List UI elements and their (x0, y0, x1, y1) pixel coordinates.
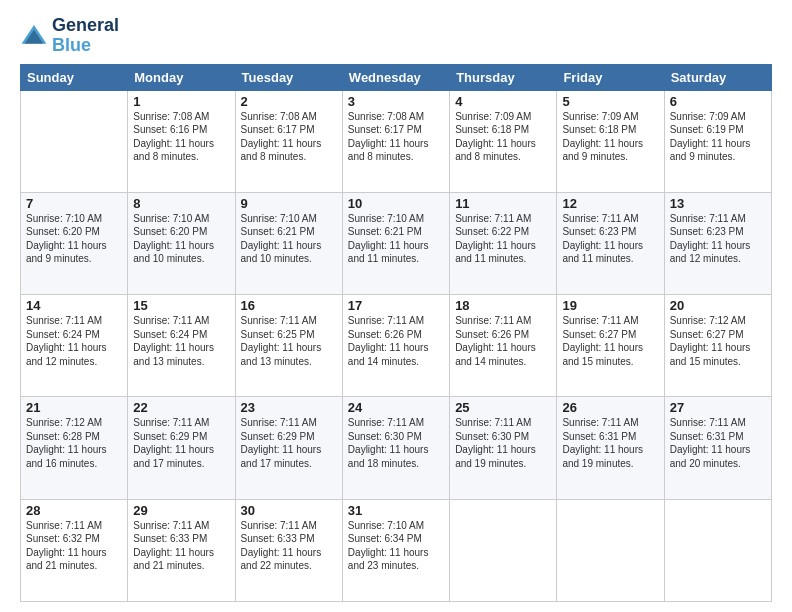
day-cell: 9Sunrise: 7:10 AMSunset: 6:21 PMDaylight… (235, 192, 342, 294)
day-number: 26 (562, 400, 658, 415)
week-row-2: 14Sunrise: 7:11 AMSunset: 6:24 PMDayligh… (21, 295, 772, 397)
day-info: Sunrise: 7:11 AMSunset: 6:32 PMDaylight:… (26, 519, 122, 573)
day-number: 19 (562, 298, 658, 313)
day-info: Sunrise: 7:11 AMSunset: 6:27 PMDaylight:… (562, 314, 658, 368)
day-info: Sunrise: 7:12 AMSunset: 6:28 PMDaylight:… (26, 416, 122, 470)
day-cell: 28Sunrise: 7:11 AMSunset: 6:32 PMDayligh… (21, 499, 128, 601)
day-number: 9 (241, 196, 337, 211)
day-cell (557, 499, 664, 601)
day-info: Sunrise: 7:11 AMSunset: 6:29 PMDaylight:… (241, 416, 337, 470)
day-cell: 10Sunrise: 7:10 AMSunset: 6:21 PMDayligh… (342, 192, 449, 294)
weekday-header-row: SundayMondayTuesdayWednesdayThursdayFrid… (21, 64, 772, 90)
day-info: Sunrise: 7:09 AMSunset: 6:18 PMDaylight:… (455, 110, 551, 164)
day-cell: 22Sunrise: 7:11 AMSunset: 6:29 PMDayligh… (128, 397, 235, 499)
day-number: 21 (26, 400, 122, 415)
day-number: 23 (241, 400, 337, 415)
day-info: Sunrise: 7:10 AMSunset: 6:21 PMDaylight:… (241, 212, 337, 266)
day-number: 10 (348, 196, 444, 211)
day-cell: 4Sunrise: 7:09 AMSunset: 6:18 PMDaylight… (450, 90, 557, 192)
weekday-tuesday: Tuesday (235, 64, 342, 90)
day-info: Sunrise: 7:10 AMSunset: 6:20 PMDaylight:… (133, 212, 229, 266)
day-number: 5 (562, 94, 658, 109)
page: General Blue SundayMondayTuesdayWednesda… (0, 0, 792, 612)
day-number: 28 (26, 503, 122, 518)
day-info: Sunrise: 7:11 AMSunset: 6:29 PMDaylight:… (133, 416, 229, 470)
day-cell (664, 499, 771, 601)
day-info: Sunrise: 7:12 AMSunset: 6:27 PMDaylight:… (670, 314, 766, 368)
day-number: 6 (670, 94, 766, 109)
day-number: 24 (348, 400, 444, 415)
day-cell: 1Sunrise: 7:08 AMSunset: 6:16 PMDaylight… (128, 90, 235, 192)
day-info: Sunrise: 7:11 AMSunset: 6:30 PMDaylight:… (455, 416, 551, 470)
day-cell: 11Sunrise: 7:11 AMSunset: 6:22 PMDayligh… (450, 192, 557, 294)
day-cell: 24Sunrise: 7:11 AMSunset: 6:30 PMDayligh… (342, 397, 449, 499)
day-cell (21, 90, 128, 192)
day-info: Sunrise: 7:10 AMSunset: 6:21 PMDaylight:… (348, 212, 444, 266)
day-cell: 6Sunrise: 7:09 AMSunset: 6:19 PMDaylight… (664, 90, 771, 192)
day-number: 1 (133, 94, 229, 109)
day-cell: 19Sunrise: 7:11 AMSunset: 6:27 PMDayligh… (557, 295, 664, 397)
day-info: Sunrise: 7:10 AMSunset: 6:20 PMDaylight:… (26, 212, 122, 266)
day-cell: 29Sunrise: 7:11 AMSunset: 6:33 PMDayligh… (128, 499, 235, 601)
day-number: 8 (133, 196, 229, 211)
day-info: Sunrise: 7:08 AMSunset: 6:16 PMDaylight:… (133, 110, 229, 164)
weekday-thursday: Thursday (450, 64, 557, 90)
day-info: Sunrise: 7:11 AMSunset: 6:31 PMDaylight:… (562, 416, 658, 470)
weekday-sunday: Sunday (21, 64, 128, 90)
week-row-4: 28Sunrise: 7:11 AMSunset: 6:32 PMDayligh… (21, 499, 772, 601)
weekday-friday: Friday (557, 64, 664, 90)
header: General Blue (20, 16, 772, 56)
day-number: 31 (348, 503, 444, 518)
logo: General Blue (20, 16, 119, 56)
day-number: 17 (348, 298, 444, 313)
day-number: 30 (241, 503, 337, 518)
day-cell: 3Sunrise: 7:08 AMSunset: 6:17 PMDaylight… (342, 90, 449, 192)
day-cell: 21Sunrise: 7:12 AMSunset: 6:28 PMDayligh… (21, 397, 128, 499)
day-info: Sunrise: 7:11 AMSunset: 6:22 PMDaylight:… (455, 212, 551, 266)
logo-icon (20, 22, 48, 50)
day-info: Sunrise: 7:09 AMSunset: 6:18 PMDaylight:… (562, 110, 658, 164)
day-cell: 26Sunrise: 7:11 AMSunset: 6:31 PMDayligh… (557, 397, 664, 499)
day-number: 29 (133, 503, 229, 518)
day-number: 18 (455, 298, 551, 313)
week-row-1: 7Sunrise: 7:10 AMSunset: 6:20 PMDaylight… (21, 192, 772, 294)
day-number: 12 (562, 196, 658, 211)
day-cell: 15Sunrise: 7:11 AMSunset: 6:24 PMDayligh… (128, 295, 235, 397)
weekday-monday: Monday (128, 64, 235, 90)
day-cell: 30Sunrise: 7:11 AMSunset: 6:33 PMDayligh… (235, 499, 342, 601)
day-number: 22 (133, 400, 229, 415)
weekday-wednesday: Wednesday (342, 64, 449, 90)
day-cell: 17Sunrise: 7:11 AMSunset: 6:26 PMDayligh… (342, 295, 449, 397)
week-row-3: 21Sunrise: 7:12 AMSunset: 6:28 PMDayligh… (21, 397, 772, 499)
day-number: 25 (455, 400, 551, 415)
day-info: Sunrise: 7:11 AMSunset: 6:24 PMDaylight:… (133, 314, 229, 368)
day-cell: 31Sunrise: 7:10 AMSunset: 6:34 PMDayligh… (342, 499, 449, 601)
day-info: Sunrise: 7:11 AMSunset: 6:26 PMDaylight:… (348, 314, 444, 368)
day-cell: 13Sunrise: 7:11 AMSunset: 6:23 PMDayligh… (664, 192, 771, 294)
day-number: 4 (455, 94, 551, 109)
day-cell: 18Sunrise: 7:11 AMSunset: 6:26 PMDayligh… (450, 295, 557, 397)
day-info: Sunrise: 7:08 AMSunset: 6:17 PMDaylight:… (241, 110, 337, 164)
day-number: 20 (670, 298, 766, 313)
day-cell: 5Sunrise: 7:09 AMSunset: 6:18 PMDaylight… (557, 90, 664, 192)
day-cell: 20Sunrise: 7:12 AMSunset: 6:27 PMDayligh… (664, 295, 771, 397)
day-cell: 16Sunrise: 7:11 AMSunset: 6:25 PMDayligh… (235, 295, 342, 397)
day-cell (450, 499, 557, 601)
day-info: Sunrise: 7:11 AMSunset: 6:25 PMDaylight:… (241, 314, 337, 368)
day-cell: 23Sunrise: 7:11 AMSunset: 6:29 PMDayligh… (235, 397, 342, 499)
logo-text: General Blue (52, 16, 119, 56)
day-number: 2 (241, 94, 337, 109)
day-number: 11 (455, 196, 551, 211)
day-info: Sunrise: 7:11 AMSunset: 6:30 PMDaylight:… (348, 416, 444, 470)
day-cell: 8Sunrise: 7:10 AMSunset: 6:20 PMDaylight… (128, 192, 235, 294)
day-number: 13 (670, 196, 766, 211)
day-cell: 2Sunrise: 7:08 AMSunset: 6:17 PMDaylight… (235, 90, 342, 192)
day-info: Sunrise: 7:09 AMSunset: 6:19 PMDaylight:… (670, 110, 766, 164)
day-info: Sunrise: 7:10 AMSunset: 6:34 PMDaylight:… (348, 519, 444, 573)
day-cell: 25Sunrise: 7:11 AMSunset: 6:30 PMDayligh… (450, 397, 557, 499)
day-info: Sunrise: 7:11 AMSunset: 6:31 PMDaylight:… (670, 416, 766, 470)
week-row-0: 1Sunrise: 7:08 AMSunset: 6:16 PMDaylight… (21, 90, 772, 192)
day-number: 3 (348, 94, 444, 109)
day-info: Sunrise: 7:08 AMSunset: 6:17 PMDaylight:… (348, 110, 444, 164)
weekday-saturday: Saturday (664, 64, 771, 90)
